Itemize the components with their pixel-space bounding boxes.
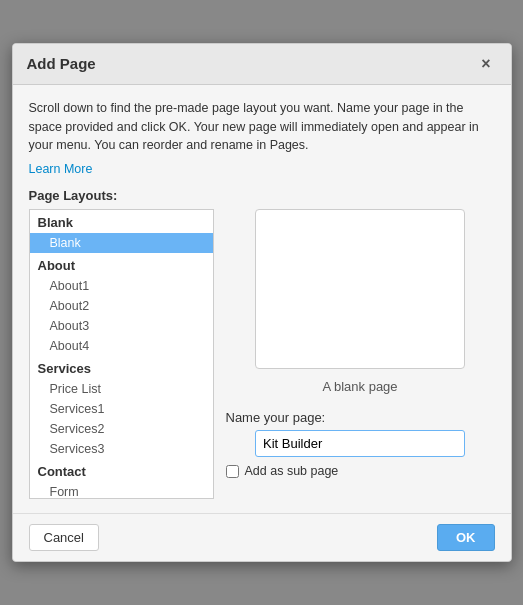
dialog-footer: Cancel OK (13, 513, 511, 561)
layout-item[interactable]: Form (30, 482, 213, 499)
learn-more-link[interactable]: Learn More (29, 162, 93, 176)
layout-group-header: Contact (30, 459, 213, 482)
cancel-button[interactable]: Cancel (29, 524, 99, 551)
layout-item[interactable]: Price List (30, 379, 213, 399)
info-text: Scroll down to find the pre-made page la… (29, 99, 495, 155)
preview-section: A blank page Name your page: Add as sub … (226, 209, 495, 478)
layout-item[interactable]: Blank (30, 233, 213, 253)
layout-item[interactable]: Services3 (30, 439, 213, 459)
sub-page-row: Add as sub page (226, 464, 339, 478)
layout-item[interactable]: About2 (30, 296, 213, 316)
dialog-header: Add Page × (13, 44, 511, 85)
ok-button[interactable]: OK (437, 524, 495, 551)
layout-item[interactable]: About1 (30, 276, 213, 296)
add-page-dialog: Add Page × Scroll down to find the pre-m… (12, 43, 512, 562)
layout-item[interactable]: Services1 (30, 399, 213, 419)
preview-box (255, 209, 465, 369)
content-area: BlankBlankAboutAbout1About2About3About4S… (29, 209, 495, 499)
page-layouts-label: Page Layouts: (29, 188, 495, 203)
close-button[interactable]: × (475, 54, 496, 74)
preview-label: A blank page (322, 379, 397, 394)
layout-group-header: Services (30, 356, 213, 379)
layout-item[interactable]: About4 (30, 336, 213, 356)
layout-item[interactable]: About3 (30, 316, 213, 336)
sub-page-label: Add as sub page (245, 464, 339, 478)
layout-item[interactable]: Services2 (30, 419, 213, 439)
layout-list: BlankBlankAboutAbout1About2About3About4S… (29, 209, 214, 499)
layout-group-header: About (30, 253, 213, 276)
dialog-body: Scroll down to find the pre-made page la… (13, 85, 511, 513)
page-name-input[interactable] (255, 430, 465, 457)
layout-group-header: Blank (30, 210, 213, 233)
dialog-title: Add Page (27, 55, 96, 72)
name-label: Name your page: (226, 410, 326, 425)
sub-page-checkbox[interactable] (226, 465, 239, 478)
